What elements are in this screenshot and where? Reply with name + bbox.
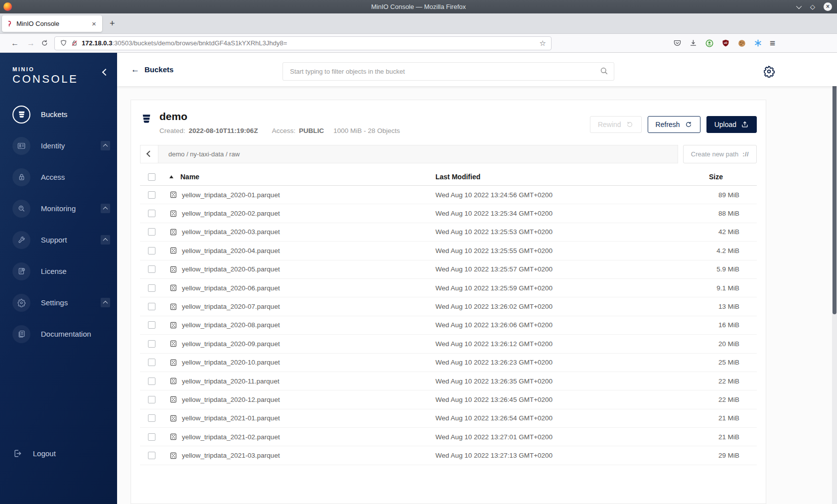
tracking-shield-icon[interactable] bbox=[60, 39, 67, 47]
table-row[interactable]: yellow_tripdata_2020-03.parquet Wed Aug … bbox=[140, 223, 757, 242]
cookie-extension-icon[interactable] bbox=[737, 39, 746, 48]
row-checkbox[interactable] bbox=[148, 433, 155, 441]
tab-close-button[interactable]: × bbox=[90, 19, 98, 28]
back-to-buckets-link[interactable]: ← Buckets bbox=[131, 65, 173, 75]
window-titlebar: MinIO Console — Mozilla Firefox ◇ × bbox=[0, 0, 837, 13]
table-row[interactable]: yellow_tripdata_2020-06.parquet Wed Aug … bbox=[140, 279, 757, 297]
table-row[interactable]: yellow_tripdata_2021-02.parquet Wed Aug … bbox=[140, 428, 757, 446]
sidebar-item-buckets[interactable]: Buckets bbox=[0, 99, 117, 130]
table-row[interactable]: yellow_tripdata_2020-04.parquet Wed Aug … bbox=[140, 242, 757, 260]
reload-button[interactable] bbox=[41, 39, 48, 47]
chevron-up-icon[interactable] bbox=[101, 235, 110, 245]
row-checkbox[interactable] bbox=[148, 228, 155, 236]
object-filter-input[interactable] bbox=[282, 62, 614, 81]
row-checkbox[interactable] bbox=[148, 303, 155, 310]
row-checkbox[interactable] bbox=[148, 378, 155, 385]
downloads-icon[interactable] bbox=[689, 39, 698, 47]
object-name[interactable]: yellow_tripdata_2020-07.parquet bbox=[182, 303, 280, 310]
row-checkbox[interactable] bbox=[148, 340, 155, 348]
sidebar-item-monitoring[interactable]: Monitoring bbox=[0, 193, 117, 224]
chevron-up-icon[interactable] bbox=[101, 141, 110, 150]
object-name[interactable]: yellow_tripdata_2021-03.parquet bbox=[182, 452, 280, 459]
object-name[interactable]: yellow_tripdata_2020-04.parquet bbox=[182, 247, 280, 254]
create-new-path-button[interactable]: Create new path :// bbox=[683, 145, 757, 163]
sidebar-item-support[interactable]: Support bbox=[0, 224, 117, 255]
url-text[interactable]: 172.18.0.3:30503/buckets/demo/browse/bnk… bbox=[82, 39, 287, 47]
breadcrumb-path[interactable]: demo / ny-taxi-data / raw bbox=[168, 150, 240, 158]
column-header-size[interactable]: Size bbox=[704, 173, 757, 181]
upload-button[interactable]: Upload bbox=[706, 116, 757, 133]
path-back-button[interactable] bbox=[140, 145, 158, 163]
object-name[interactable]: yellow_tripdata_2021-01.parquet bbox=[182, 414, 280, 422]
forward-button[interactable]: → bbox=[23, 39, 39, 48]
breadcrumb: demo / ny-taxi-data / raw bbox=[140, 145, 678, 163]
chevron-up-icon[interactable] bbox=[101, 298, 110, 307]
row-checkbox[interactable] bbox=[148, 284, 155, 292]
object-name[interactable]: yellow_tripdata_2020-01.parquet bbox=[182, 191, 280, 199]
sort-ascending-icon[interactable] bbox=[169, 175, 173, 178]
object-name[interactable]: yellow_tripdata_2021-02.parquet bbox=[182, 433, 280, 441]
object-name[interactable]: yellow_tripdata_2020-09.parquet bbox=[182, 340, 280, 348]
table-row[interactable]: yellow_tripdata_2020-01.parquet Wed Aug … bbox=[140, 186, 757, 204]
row-checkbox[interactable] bbox=[148, 452, 155, 459]
object-name[interactable]: yellow_tripdata_2020-11.parquet bbox=[182, 378, 279, 385]
object-name[interactable]: yellow_tripdata_2020-08.parquet bbox=[182, 321, 280, 329]
table-row[interactable]: yellow_tripdata_2020-09.parquet Wed Aug … bbox=[140, 335, 757, 353]
row-checkbox[interactable] bbox=[148, 265, 155, 273]
scrollbar-thumb[interactable] bbox=[833, 54, 837, 314]
row-checkbox[interactable] bbox=[148, 191, 155, 199]
rewind-button[interactable]: Rewind bbox=[590, 116, 642, 133]
column-header-name[interactable]: Name bbox=[180, 173, 199, 181]
table-row[interactable]: yellow_tripdata_2020-12.parquet Wed Aug … bbox=[140, 390, 757, 409]
pocket-icon[interactable] bbox=[673, 39, 682, 47]
console-settings-gear-icon[interactable] bbox=[763, 65, 775, 78]
table-row[interactable]: yellow_tripdata_2020-10.parquet Wed Aug … bbox=[140, 354, 757, 372]
table-row[interactable]: yellow_tripdata_2020-07.parquet Wed Aug … bbox=[140, 297, 757, 316]
table-row[interactable]: yellow_tripdata_2020-05.parquet Wed Aug … bbox=[140, 260, 757, 279]
object-name[interactable]: yellow_tripdata_2020-06.parquet bbox=[182, 284, 280, 292]
sidebar-item-identity[interactable]: Identity bbox=[0, 130, 117, 161]
table-row[interactable]: yellow_tripdata_2020-11.parquet Wed Aug … bbox=[140, 372, 757, 390]
ublock-extension-icon[interactable]: uO bbox=[721, 39, 730, 47]
create-path-icon: :// bbox=[742, 150, 749, 158]
table-row[interactable]: yellow_tripdata_2021-03.parquet Wed Aug … bbox=[140, 446, 757, 465]
table-row[interactable]: yellow_tripdata_2020-08.parquet Wed Aug … bbox=[140, 316, 757, 335]
sidebar-item-logout[interactable]: Logout bbox=[13, 449, 56, 458]
chevron-up-icon[interactable] bbox=[101, 204, 110, 213]
window-minimize-button[interactable] bbox=[798, 5, 802, 9]
row-checkbox[interactable] bbox=[148, 321, 155, 329]
object-name[interactable]: yellow_tripdata_2020-02.parquet bbox=[182, 210, 280, 217]
url-bar[interactable]: 172.18.0.3:30503/buckets/demo/browse/bnk… bbox=[54, 36, 552, 50]
row-checkbox[interactable] bbox=[148, 359, 155, 366]
select-all-checkbox[interactable] bbox=[148, 173, 155, 181]
refresh-button[interactable]: Refresh bbox=[648, 116, 700, 133]
page-scrollbar[interactable] bbox=[832, 53, 837, 504]
column-header-last-modified[interactable]: Last Modified bbox=[435, 173, 704, 181]
greasemonkey-extension-icon[interactable] bbox=[705, 39, 714, 48]
asterisk-extension-icon[interactable] bbox=[754, 39, 762, 47]
row-checkbox[interactable] bbox=[148, 210, 155, 217]
hamburger-menu-icon[interactable]: ≡ bbox=[770, 38, 775, 49]
row-checkbox[interactable] bbox=[148, 396, 155, 403]
sidebar-item-access[interactable]: Access bbox=[0, 161, 117, 193]
bucket-icon bbox=[141, 113, 152, 134]
back-button[interactable]: ← bbox=[7, 39, 23, 48]
window-close-button[interactable]: × bbox=[824, 2, 832, 11]
browser-tab-minio-console[interactable]: MinIO Console × bbox=[2, 15, 102, 32]
sidebar-item-license[interactable]: License bbox=[0, 255, 117, 287]
table-row[interactable]: yellow_tripdata_2020-02.parquet Wed Aug … bbox=[140, 204, 757, 223]
sidebar-item-settings[interactable]: Settings bbox=[0, 287, 117, 318]
object-name[interactable]: yellow_tripdata_2020-05.parquet bbox=[182, 265, 280, 273]
row-checkbox[interactable] bbox=[148, 414, 155, 422]
object-name[interactable]: yellow_tripdata_2020-10.parquet bbox=[182, 359, 280, 366]
access-icon bbox=[12, 168, 30, 186]
window-maximize-button[interactable]: ◇ bbox=[810, 3, 815, 10]
insecure-lock-icon[interactable] bbox=[71, 39, 78, 47]
bookmark-star-icon[interactable]: ☆ bbox=[540, 39, 546, 48]
row-checkbox[interactable] bbox=[148, 247, 155, 254]
object-name[interactable]: yellow_tripdata_2020-12.parquet bbox=[182, 396, 280, 403]
new-tab-button[interactable]: + bbox=[110, 18, 115, 29]
sidebar-item-documentation[interactable]: Documentation bbox=[0, 318, 117, 350]
table-row[interactable]: yellow_tripdata_2021-01.parquet Wed Aug … bbox=[140, 409, 757, 428]
object-name[interactable]: yellow_tripdata_2020-03.parquet bbox=[182, 228, 280, 236]
